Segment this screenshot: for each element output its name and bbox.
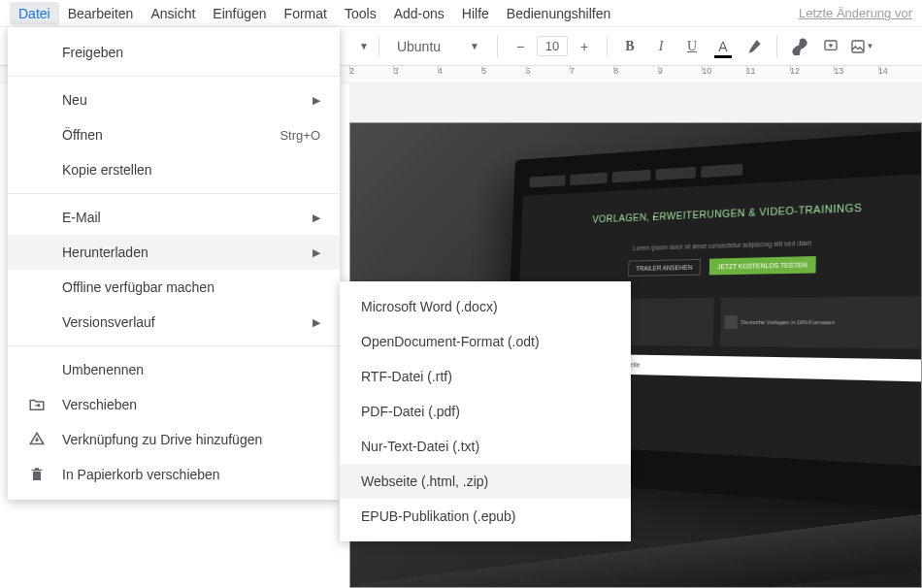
download-docx[interactable]: Microsoft Word (.docx) [340, 289, 631, 324]
font-size-input[interactable]: 10 [537, 36, 568, 56]
drive-shortcut-icon [27, 430, 47, 449]
menu-separator [8, 345, 340, 346]
file-menu-download-label: Herunterladen [62, 245, 148, 260]
submenu-arrow-icon: ▶ [313, 212, 320, 224]
site-trailer-button: TRAILER ANSEHEN [628, 259, 701, 277]
style-dropdown-caret-icon[interactable]: ▼ [359, 41, 369, 51]
site-card-2: Deutsche Vorlagen in DIN-Formaten [741, 319, 834, 325]
file-menu-rename[interactable]: Umbenennen [8, 352, 340, 387]
file-menu-open-shortcut: Strg+O [280, 128, 320, 143]
file-menu-rename-label: Umbenennen [62, 362, 144, 377]
last-edit-link[interactable]: Letzte Änderung vor [799, 6, 912, 20]
ruler-tick: 8 [613, 66, 657, 76]
italic-button[interactable]: I [648, 34, 674, 59]
menubar: Datei Bearbeiten Ansicht Einfügen Format… [0, 0, 922, 27]
download-pdf[interactable]: PDF-Datei (.pdf) [340, 394, 631, 429]
comment-plus-icon [823, 39, 839, 54]
file-menu-add-shortcut-label: Verknüpfung zu Drive hinzufügen [62, 432, 262, 447]
font-size-controls: − 10 + [508, 34, 597, 59]
menu-einfuegen[interactable]: Einfügen [204, 2, 275, 25]
file-menu-trash[interactable]: In Papierkorb verschieben [8, 457, 340, 492]
toolbar-separator [379, 36, 379, 57]
file-menu-new-label: Neu [62, 92, 87, 108]
text-color-button[interactable]: A [710, 34, 736, 59]
menu-addons[interactable]: Add-ons [385, 2, 453, 25]
download-txt[interactable]: Nur-Text-Datei (.txt) [340, 429, 631, 464]
toolbar-separator [607, 36, 608, 57]
file-menu-open[interactable]: ÖffnenStrg+O [8, 117, 340, 152]
ruler-tick: 7 [570, 66, 613, 76]
file-menu-trash-label: In Papierkorb verschieben [62, 467, 220, 482]
toolbar-separator [776, 36, 777, 57]
menu-datei[interactable]: Datei [10, 2, 59, 25]
file-menu-new[interactable]: Neu▶ [8, 82, 340, 117]
menu-separator [8, 76, 340, 77]
folder-move-icon [27, 395, 47, 414]
site-test-button: JETZT KOSTENLOS TESTEN [709, 256, 816, 275]
file-menu: Freigeben Neu▶ ÖffnenStrg+O Kopie erstel… [8, 27, 340, 500]
underline-button[interactable]: U [679, 34, 705, 59]
insert-image-button[interactable]: ▼ [849, 34, 874, 59]
ruler-tick: 10 [702, 66, 745, 76]
file-menu-make-copy[interactable]: Kopie erstellen [8, 152, 340, 187]
trash-icon [27, 465, 47, 484]
ruler-tick: 5 [481, 66, 525, 76]
font-family-picker[interactable]: Ubuntu ▼ [389, 39, 487, 54]
file-menu-add-shortcut[interactable]: Verknüpfung zu Drive hinzufügen [8, 422, 340, 457]
download-submenu: Microsoft Word (.docx) OpenDocument-Form… [340, 281, 631, 541]
ruler-tick: 13 [834, 66, 877, 76]
download-html[interactable]: Webseite (.html, .zip) [340, 464, 631, 499]
menu-separator [8, 193, 340, 194]
submenu-arrow-icon: ▶ [313, 94, 320, 107]
menu-ansicht[interactable]: Ansicht [142, 2, 204, 25]
file-menu-email[interactable]: E-Mail▶ [8, 200, 340, 235]
highlighter-icon [746, 39, 762, 54]
ruler-tick: 3 [393, 66, 437, 76]
submenu-arrow-icon: ▶ [313, 316, 320, 329]
ruler-tick: 14 [878, 66, 922, 76]
file-menu-move[interactable]: Verschieben [8, 387, 340, 422]
download-rtf[interactable]: RTF-Datei (.rtf) [340, 359, 631, 394]
file-menu-open-label: Öffnen [62, 127, 103, 143]
ruler-tick: 6 [526, 66, 570, 76]
menu-bearbeiten[interactable]: Bearbeiten [59, 2, 143, 25]
toolbar-separator [497, 36, 498, 57]
menu-tools[interactable]: Tools [336, 2, 385, 25]
insert-comment-button[interactable] [818, 34, 843, 59]
file-menu-offline[interactable]: Offline verfügbar machen [8, 270, 340, 305]
ruler-tick: 4 [438, 66, 481, 76]
file-menu-offline-label: Offline verfügbar machen [62, 279, 214, 295]
file-menu-email-label: E-Mail [62, 210, 101, 225]
file-menu-move-label: Verschieben [62, 397, 137, 412]
link-icon [791, 38, 808, 55]
ruler-tick: 11 [746, 66, 790, 76]
file-menu-version-history-label: Versionsverlauf [62, 314, 155, 330]
svg-rect-1 [852, 41, 864, 52]
menu-format[interactable]: Format [276, 2, 336, 25]
file-menu-version-history[interactable]: Versionsverlauf▶ [8, 305, 340, 340]
ruler-tick: 9 [658, 66, 702, 76]
menu-accessibility[interactable]: Bedienungshilfen [498, 2, 619, 25]
font-family-caret-icon: ▼ [470, 41, 479, 51]
font-size-increase-button[interactable]: + [572, 34, 597, 59]
insert-link-button[interactable] [787, 34, 812, 59]
ruler-tick: 12 [790, 66, 834, 76]
bold-button[interactable]: B [617, 34, 642, 59]
font-size-decrease-button[interactable]: − [508, 34, 533, 59]
image-icon [850, 39, 866, 54]
file-menu-share-label: Freigeben [62, 45, 123, 60]
highlight-color-button[interactable] [741, 34, 767, 59]
file-menu-make-copy-label: Kopie erstellen [62, 162, 152, 178]
download-odt[interactable]: OpenDocument-Format (.odt) [340, 324, 631, 359]
font-family-label: Ubuntu [397, 39, 441, 54]
menu-hilfe[interactable]: Hilfe [453, 2, 498, 25]
ruler-tick: 2 [349, 66, 393, 76]
file-menu-share[interactable]: Freigeben [8, 35, 340, 70]
download-epub[interactable]: EPUB-Publikation (.epub) [340, 499, 631, 534]
submenu-arrow-icon: ▶ [313, 246, 320, 259]
file-menu-download[interactable]: Herunterladen▶ [8, 235, 340, 270]
